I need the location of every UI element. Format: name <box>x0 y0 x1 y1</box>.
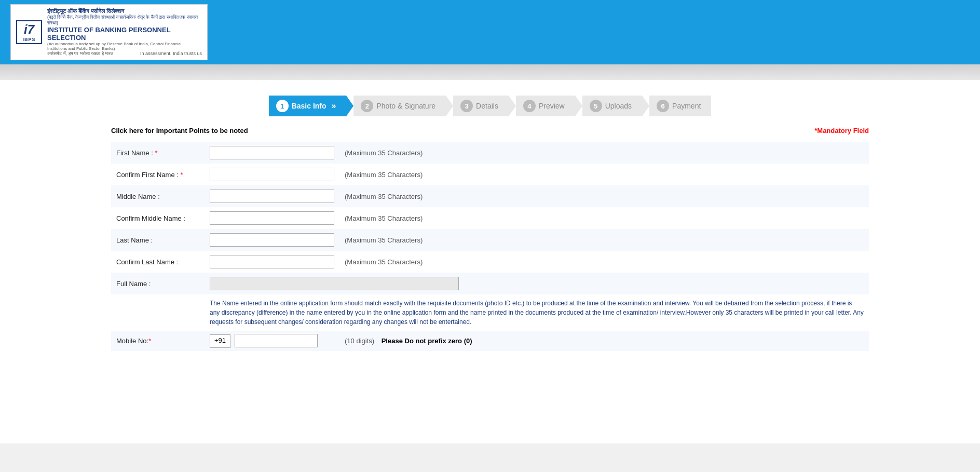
confirm-first-name-required-star: * <box>181 171 183 179</box>
confirm-last-name-hint: (Maximum 35 Characters) <box>339 251 869 273</box>
step-3-details[interactable]: 3 Details <box>453 96 509 116</box>
confirm-last-name-input[interactable] <box>210 255 334 268</box>
logo-taglines: असेसमेंट में, हम पर भरोसा रखता है भारत I… <box>47 51 202 57</box>
confirm-last-name-input-cell <box>205 251 339 273</box>
last-name-hint: (Maximum 35 Characters) <box>339 229 869 251</box>
mobile-input-cell: +91 <box>205 331 339 351</box>
confirm-first-name-input[interactable] <box>210 168 334 181</box>
mobile-digits-hint: (10 digits) <box>345 337 374 345</box>
confirm-middle-name-input[interactable] <box>210 211 334 225</box>
subheader-bar <box>0 64 980 80</box>
step-1-arrow <box>346 96 353 116</box>
last-name-input-cell <box>205 229 339 251</box>
notice-spacer <box>111 294 205 331</box>
confirm-middle-name-input-cell <box>205 207 339 229</box>
step-3-number: 3 <box>460 100 473 112</box>
table-row: First Name : * (Maximum 35 Characters) <box>111 142 869 164</box>
mobile-hint-cell: (10 digits) Please Do not prefix zero (0… <box>339 331 869 351</box>
step-5-uploads[interactable]: 5 Uploads <box>582 96 642 116</box>
table-row: Full Name : <box>111 273 869 294</box>
step-1-number: 1 <box>276 100 289 112</box>
step-3-label: Details <box>476 102 498 110</box>
table-row: Last Name : (Maximum 35 Characters) <box>111 229 869 251</box>
ibps-logo: i7 IBPS <box>16 20 42 44</box>
last-name-input[interactable] <box>210 233 334 247</box>
table-row: Confirm Last Name : (Maximum 35 Characte… <box>111 251 869 273</box>
mandatory-field-note: *Mandatory Field <box>814 127 869 134</box>
step-6-label: Payment <box>672 102 701 110</box>
mobile-required-star: * <box>148 337 151 345</box>
step-4-label: Preview <box>539 102 565 110</box>
step-1-chevrons: » <box>332 101 336 111</box>
logo-tagline-english: In assessment, India trusts us <box>140 51 202 57</box>
mobile-input[interactable] <box>235 334 318 347</box>
step-3-arrow <box>509 96 516 116</box>
full-name-input-cell <box>205 273 869 294</box>
logo-box: i7 IBPS इंस्टीट्यूट ऑफ बैंकिंग पर्सोनेल … <box>10 4 208 60</box>
first-name-required-star: * <box>155 149 157 157</box>
step-2-photo[interactable]: 2 Photo & Signature <box>353 96 446 116</box>
middle-name-hint: (Maximum 35 Characters) <box>339 185 869 207</box>
logo-hindi-subtitle: (बढ़ते रिजर्व बैंक, केन्द्रीय वित्तीय सं… <box>47 15 202 26</box>
table-row: The Name entered in the online applicati… <box>111 294 869 331</box>
step-5-arrow <box>642 96 649 116</box>
step-4-arrow <box>575 96 582 116</box>
step-4-number: 4 <box>523 100 536 112</box>
ibps-label: IBPS <box>22 37 35 42</box>
step-2-arrow <box>446 96 453 116</box>
first-name-input[interactable] <box>210 146 334 159</box>
first-name-hint: (Maximum 35 Characters) <box>339 142 869 164</box>
logo-english-title: INSTITUTE OF BANKING PERSONNEL SELECTION <box>47 26 202 42</box>
step-6-number: 6 <box>657 100 669 112</box>
full-name-label: Full Name : <box>111 273 205 294</box>
main-content: 1 Basic Info » 2 Photo & Signature 3 Det… <box>0 80 980 443</box>
logo-tagline-hindi: असेसमेंट में, हम पर भरोसा रखता है भारत <box>47 51 113 57</box>
middle-name-input[interactable] <box>210 190 334 203</box>
mobile-zero-note: Please Do not prefix zero (0) <box>382 337 472 345</box>
confirm-middle-name-hint: (Maximum 35 Characters) <box>339 207 869 229</box>
important-points-link[interactable]: Click here for Important Points to be no… <box>111 127 248 134</box>
confirm-middle-name-label: Confirm Middle Name : <box>111 207 205 229</box>
logo-english-subtitle: (An autonomous body set up by Reserve Ba… <box>47 42 202 51</box>
mobile-no-label: Mobile No:* <box>111 331 205 351</box>
logo-text: इंस्टीट्यूट ऑफ बैंकिंग पर्सोनेल सिलेक्शन… <box>47 8 202 57</box>
mobile-prefix: +91 <box>210 334 230 348</box>
confirm-first-name-hint: (Maximum 35 Characters) <box>339 164 869 185</box>
table-row: Confirm First Name : * (Maximum 35 Chara… <box>111 164 869 185</box>
confirm-first-name-label: Confirm First Name : * <box>111 164 205 185</box>
step-4-preview[interactable]: 4 Preview <box>516 96 575 116</box>
first-name-label: First Name : * <box>111 142 205 164</box>
step-6-payment[interactable]: 6 Payment <box>649 96 711 116</box>
confirm-first-name-input-cell <box>205 164 339 185</box>
form-container: Click here for Important Points to be no… <box>101 127 879 351</box>
step-1-basic-info[interactable]: 1 Basic Info » <box>269 96 347 116</box>
step-2-number: 2 <box>361 100 373 112</box>
table-row: Mobile No:* +91 (10 digits) Please Do no… <box>111 331 869 351</box>
steps-navigation: 1 Basic Info » 2 Photo & Signature 3 Det… <box>0 96 980 116</box>
step-1-label: Basic Info <box>292 102 326 110</box>
ibps-icon: i7 <box>24 22 34 37</box>
confirm-last-name-label: Confirm Last Name : <box>111 251 205 273</box>
table-row: Confirm Middle Name : (Maximum 35 Charac… <box>111 207 869 229</box>
step-5-number: 5 <box>590 100 602 112</box>
step-2-label: Photo & Signature <box>376 102 435 110</box>
logo-hindi-title: इंस्टीट्यूट ऑफ बैंकिंग पर्सोनेल सिलेक्शन <box>47 8 202 15</box>
last-name-label: Last Name : <box>111 229 205 251</box>
step-5-label: Uploads <box>605 102 632 110</box>
page-header: i7 IBPS इंस्टीट्यूट ऑफ बैंकिंग पर्सोनेल … <box>0 0 980 64</box>
basic-info-form: First Name : * (Maximum 35 Characters) C… <box>111 142 869 351</box>
middle-name-label: Middle Name : <box>111 185 205 207</box>
first-name-input-cell <box>205 142 339 164</box>
name-notice-text: The Name entered in the online applicati… <box>205 294 869 331</box>
table-row: Middle Name : (Maximum 35 Characters) <box>111 185 869 207</box>
full-name-input <box>210 277 459 290</box>
middle-name-input-cell <box>205 185 339 207</box>
